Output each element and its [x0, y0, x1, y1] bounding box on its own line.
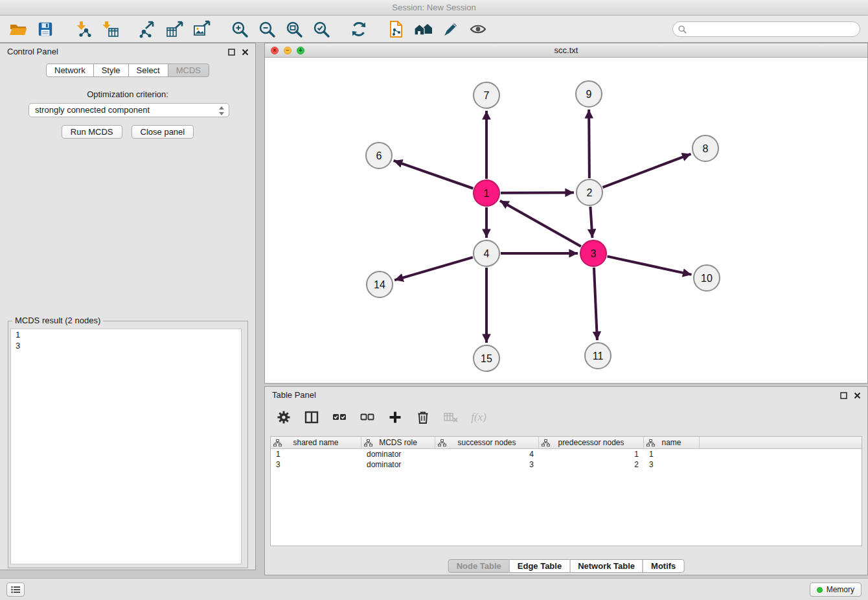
checked-boxes-icon: [332, 410, 347, 424]
table-cell[interactable]: 3: [271, 459, 361, 470]
search-field[interactable]: [672, 21, 860, 37]
node-2[interactable]: 2: [577, 179, 602, 205]
open-session-button[interactable]: [6, 19, 30, 40]
node-4[interactable]: 4: [474, 240, 499, 266]
window-close-icon[interactable]: [271, 47, 279, 54]
node-11[interactable]: 11: [585, 343, 611, 369]
tab-mcds[interactable]: MCDS: [168, 63, 209, 77]
window-minimize-icon[interactable]: [284, 47, 291, 54]
new-network-from-selection-button[interactable]: [385, 19, 408, 40]
task-history-button[interactable]: [6, 583, 25, 597]
save-session-button[interactable]: [34, 19, 57, 40]
unselect-all-columns-button[interactable]: [358, 408, 377, 427]
node-1[interactable]: 1: [474, 180, 499, 206]
table-panel: Table Panel: [264, 386, 868, 575]
edge-3-11[interactable]: [594, 268, 597, 340]
mcds-result-item: 3: [11, 340, 241, 351]
refresh-layout-button[interactable]: [347, 19, 371, 40]
table-cell[interactable]: dominator: [361, 459, 435, 470]
edge-2-3[interactable]: [590, 207, 592, 238]
import-network-button[interactable]: [71, 19, 95, 40]
import-table-button[interactable]: [98, 19, 122, 40]
node-label: 6: [376, 150, 382, 161]
tab-style[interactable]: Style: [93, 63, 129, 77]
close-panel-button[interactable]: Close panel: [131, 125, 194, 139]
column-header-name[interactable]: name: [644, 437, 700, 448]
edge-1-6[interactable]: [394, 161, 474, 189]
edge-2-9[interactable]: [589, 110, 589, 178]
export-table-button[interactable]: [163, 19, 187, 40]
node-label: 11: [593, 351, 604, 362]
table-cell[interactable]: 1: [644, 449, 700, 459]
table-row[interactable]: 1dominator411: [271, 449, 862, 459]
memory-button[interactable]: Memory: [810, 583, 862, 597]
node-7[interactable]: 7: [474, 82, 499, 108]
select-all-columns-button[interactable]: [330, 408, 349, 427]
column-header-shared-name[interactable]: shared name: [271, 437, 361, 448]
edge-3-1[interactable]: [500, 201, 581, 246]
table-cell[interactable]: dominator: [361, 449, 435, 459]
table-tab-network-table[interactable]: Network Table: [569, 559, 643, 573]
node-label: 2: [587, 187, 593, 198]
node-10[interactable]: 10: [694, 265, 720, 291]
export-network-button[interactable]: [136, 19, 159, 40]
tab-select[interactable]: Select: [128, 63, 168, 77]
close-panel-icon[interactable]: [242, 48, 249, 58]
delete-rows-button[interactable]: [413, 408, 433, 427]
mcds-result-list[interactable]: 13: [10, 329, 242, 564]
table-tab-motifs[interactable]: Motifs: [643, 559, 684, 573]
edge-2-8[interactable]: [603, 154, 691, 188]
node-label: 1: [484, 188, 490, 199]
table-tab-edge-table[interactable]: Edge Table: [509, 559, 570, 573]
network-canvas[interactable]: 7968124314101511: [265, 58, 867, 383]
zoom-selected-button[interactable]: [310, 19, 333, 40]
show-columns-button[interactable]: [302, 408, 321, 427]
gear-icon: [277, 410, 291, 424]
zoom-fit-button[interactable]: [282, 19, 306, 40]
float-window-icon[interactable]: [228, 48, 235, 58]
zoom-fit-icon: [285, 20, 303, 38]
show-hide-graphics-button[interactable]: [466, 19, 490, 40]
window-zoom-icon[interactable]: [297, 47, 304, 54]
tab-network[interactable]: Network: [46, 63, 94, 77]
table-cell[interactable]: 1: [271, 449, 361, 459]
table-cell[interactable]: 4: [435, 449, 539, 459]
edge-4-14[interactable]: [394, 257, 473, 280]
close-table-panel-icon[interactable]: [854, 391, 861, 401]
table-cell[interactable]: 2: [539, 459, 644, 470]
table-cell[interactable]: 1: [539, 449, 644, 459]
export-image-button[interactable]: [190, 19, 214, 40]
paint-brush-icon: [442, 21, 459, 38]
edge-1-2[interactable]: [501, 192, 574, 193]
apply-style-button[interactable]: [439, 19, 463, 40]
delete-column-button[interactable]: [441, 408, 461, 427]
column-header-mcds-role[interactable]: MCDS role: [361, 437, 435, 448]
table-cell[interactable]: 3: [644, 459, 700, 470]
run-mcds-button[interactable]: Run MCDS: [62, 125, 122, 139]
table-row[interactable]: 3dominator323: [271, 459, 862, 470]
node-6[interactable]: 6: [366, 143, 392, 168]
first-neighbors-button[interactable]: [412, 19, 435, 40]
column-header-successor-nodes[interactable]: successor nodes: [435, 437, 539, 448]
create-column-button[interactable]: [385, 408, 405, 427]
zoom-out-button[interactable]: [255, 19, 279, 40]
node-14[interactable]: 14: [367, 271, 393, 297]
refresh-icon: [350, 21, 367, 38]
function-builder-button[interactable]: f(x): [469, 408, 488, 427]
optimization-criterion-label: Optimization criterion:: [0, 89, 255, 99]
table-cell[interactable]: 3: [435, 459, 539, 470]
node-table[interactable]: shared nameMCDS rolesuccessor nodesprede…: [270, 436, 862, 546]
optimization-criterion-select[interactable]: strongly connected component: [29, 103, 229, 117]
column-header-predecessor-nodes[interactable]: predecessor nodes: [539, 437, 644, 448]
node-3[interactable]: 3: [580, 240, 606, 266]
float-table-panel-icon[interactable]: [840, 391, 847, 401]
edge-3-10[interactable]: [607, 257, 691, 275]
table-tab-node-table[interactable]: Node Table: [448, 559, 510, 573]
table-settings-button[interactable]: [274, 408, 293, 427]
node-8[interactable]: 8: [692, 135, 718, 161]
traffic-lights: [271, 47, 304, 54]
node-15[interactable]: 15: [474, 345, 499, 371]
search-input[interactable]: [690, 25, 854, 34]
node-9[interactable]: 9: [576, 81, 602, 107]
zoom-in-button[interactable]: [228, 19, 251, 40]
